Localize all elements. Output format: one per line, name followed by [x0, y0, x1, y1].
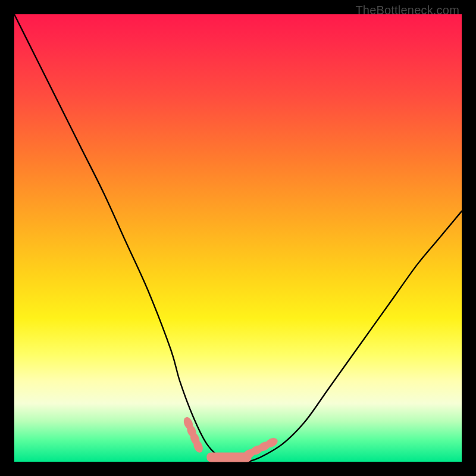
- bottleneck-curve: [14, 14, 462, 462]
- chart-frame: TheBottleneck.com: [0, 0, 476, 476]
- plot-area: [14, 14, 462, 462]
- curve-layer: [14, 14, 462, 462]
